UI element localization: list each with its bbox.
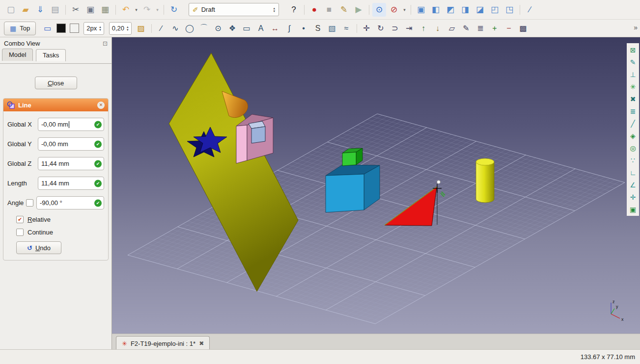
draft-rectangle-icon[interactable]: ▭ bbox=[240, 22, 253, 35]
draft-arc-icon[interactable]: ⌒ bbox=[197, 22, 211, 35]
snap-special-icon[interactable]: ◈ bbox=[628, 130, 639, 141]
toolbar-overflow-chevron[interactable]: » bbox=[634, 24, 638, 31]
length-input[interactable]: 11,44 mm ✔ bbox=[38, 177, 104, 190]
cut-icon[interactable]: ✂ bbox=[69, 3, 83, 17]
snap-ortho-icon[interactable]: ∟ bbox=[628, 167, 639, 178]
cyan-cube-object[interactable] bbox=[326, 165, 380, 212]
snap-workingplane-icon[interactable]: ▣ bbox=[628, 204, 639, 214]
zoom-tool-icon[interactable]: ⊙ bbox=[372, 3, 386, 17]
draft-shapestring-icon[interactable]: S bbox=[311, 22, 325, 35]
open-folder-icon[interactable]: ▰ bbox=[19, 3, 32, 17]
global-scale-spinner[interactable]: ▴ ▾ bbox=[127, 26, 129, 31]
apply-style-icon[interactable]: ▨ bbox=[135, 22, 148, 35]
close-task-button[interactable]: Close bbox=[35, 77, 77, 89]
whatsthis-icon[interactable]: ? bbox=[287, 3, 301, 17]
draft-delpoint-icon[interactable]: − bbox=[502, 22, 516, 35]
macro-record-icon[interactable]: ● bbox=[307, 3, 321, 17]
yellow-cylinder-object[interactable] bbox=[476, 158, 494, 203]
working-plane-button[interactable]: ▦ Top bbox=[4, 22, 36, 35]
draft-wpproxy-icon[interactable]: ≣ bbox=[474, 22, 487, 35]
document-tab[interactable]: ✳ F2-T19-ejemplo-ini : 1* ✖ bbox=[116, 336, 210, 350]
angle-checkbox[interactable] bbox=[26, 199, 33, 207]
snap-grid-icon[interactable]: ✳ bbox=[628, 81, 639, 92]
draft-facebinder-icon[interactable]: ▧ bbox=[326, 22, 339, 35]
view-rear-icon[interactable]: ◪ bbox=[473, 3, 487, 17]
view-top-icon[interactable]: ◩ bbox=[444, 3, 457, 17]
line-width-spinner[interactable]: ▴ ▾ bbox=[99, 26, 101, 31]
draft-wire-icon[interactable]: ∿ bbox=[169, 22, 182, 35]
3d-viewport[interactable]: z y x bbox=[112, 37, 640, 334]
view-right-icon[interactable]: ◨ bbox=[458, 3, 472, 17]
draft-tosketch-icon[interactable]: ▩ bbox=[517, 22, 530, 35]
refresh-icon[interactable]: ↻ bbox=[167, 3, 181, 17]
workbench-selector-spinner[interactable]: ▴ ▾ bbox=[273, 7, 275, 13]
view-left-icon[interactable]: ◳ bbox=[502, 3, 516, 17]
line-task-header[interactable]: Line ✕ bbox=[3, 99, 108, 111]
new-document-icon[interactable]: ▢ bbox=[4, 3, 18, 17]
global-z-input[interactable]: 11,44 mm ✔ bbox=[38, 157, 104, 170]
snap-center-icon[interactable]: ◎ bbox=[628, 143, 639, 153]
snap-dimensions-icon[interactable]: ✛ bbox=[628, 192, 639, 202]
view-bottom-icon[interactable]: ◰ bbox=[488, 3, 501, 17]
draft-dimension-icon[interactable]: ↔ bbox=[269, 22, 282, 35]
measure-distance-icon[interactable]: ∕ bbox=[523, 3, 537, 17]
snap-extension-icon[interactable]: ╱ bbox=[628, 118, 639, 129]
yellow-plane-object[interactable] bbox=[169, 53, 298, 291]
draft-offset-icon[interactable]: ⊃ bbox=[389, 22, 402, 35]
draft-scale-icon[interactable]: ▱ bbox=[445, 22, 459, 35]
line-width-select[interactable]: 2px ▴ ▾ bbox=[83, 22, 104, 35]
draft-addpoint-icon[interactable]: + bbox=[488, 22, 501, 35]
draft-trimex-icon[interactable]: ⇥ bbox=[403, 22, 416, 35]
continue-checkbox[interactable] bbox=[16, 229, 24, 236]
view-axonometric-icon[interactable]: ▣ bbox=[414, 3, 428, 17]
draft-edit-icon[interactable]: ✎ bbox=[460, 22, 473, 35]
save-icon[interactable]: ⇓ bbox=[33, 3, 47, 17]
task-close-icon[interactable]: ✕ bbox=[97, 102, 105, 109]
draw-style-icon[interactable]: ⊘ bbox=[387, 3, 401, 17]
paste-icon[interactable]: ▦ bbox=[98, 3, 112, 17]
snap-parallel-icon[interactable]: ≣ bbox=[628, 106, 639, 116]
undo-dropdown-icon[interactable]: ▾ bbox=[134, 3, 139, 17]
face-color-swatch[interactable] bbox=[70, 24, 79, 33]
draft-circle-icon[interactable]: ◯ bbox=[183, 22, 196, 35]
snap-near-icon[interactable]: ∵ bbox=[628, 155, 639, 165]
undo-button[interactable]: ↺ Undo bbox=[16, 241, 61, 254]
snap-intersection-icon[interactable]: ✖ bbox=[628, 94, 639, 104]
relative-checkbox[interactable]: ✔ bbox=[16, 216, 24, 223]
draft-text-icon[interactable]: A bbox=[254, 22, 268, 35]
angle-input[interactable]: -90,00 ° ✔ bbox=[36, 196, 104, 209]
tab-model[interactable]: Model bbox=[2, 49, 33, 61]
view-front-icon[interactable]: ◧ bbox=[429, 3, 443, 17]
undo-icon[interactable]: ↶ bbox=[119, 3, 133, 17]
panel-dock-icon[interactable]: ⊡ bbox=[103, 40, 108, 47]
snap-angle-icon[interactable]: ∠ bbox=[628, 180, 639, 190]
workbench-selector[interactable]: ✐ Draft ▴ ▾ bbox=[189, 3, 279, 16]
global-y-input[interactable]: -0,00 mm ✔ bbox=[38, 137, 104, 151]
macro-play-icon[interactable]: ▶ bbox=[352, 3, 365, 17]
redo-dropdown-icon[interactable]: ▾ bbox=[155, 3, 160, 17]
tab-tasks[interactable]: Tasks bbox=[36, 49, 66, 61]
draft-move-icon[interactable]: ✛ bbox=[360, 22, 373, 35]
line-color-swatch[interactable] bbox=[56, 24, 66, 33]
draft-ellipse-icon[interactable]: ⊙ bbox=[212, 22, 225, 35]
draft-downgrade-icon[interactable]: ↓ bbox=[431, 22, 445, 35]
print-icon[interactable]: ▤ bbox=[48, 3, 62, 17]
snap-lock-icon[interactable]: ⊠ bbox=[628, 45, 639, 55]
construction-mode-toggle-icon[interactable]: ▭ bbox=[41, 22, 54, 35]
document-tab-close-icon[interactable]: ✖ bbox=[199, 340, 204, 347]
draft-line-icon[interactable]: ∕ bbox=[155, 22, 168, 35]
redo-icon[interactable]: ↷ bbox=[140, 3, 154, 17]
snap-midpoint-icon[interactable]: ⊥ bbox=[628, 69, 639, 79]
snap-endpoint-icon[interactable]: ✎ bbox=[628, 57, 639, 67]
copy-icon[interactable]: ▣ bbox=[83, 3, 97, 17]
draft-rotate-icon[interactable]: ↻ bbox=[374, 22, 388, 35]
global-scale-spinbox[interactable]: 0,20 ▴ ▾ bbox=[109, 22, 132, 35]
draft-upgrade-icon[interactable]: ↑ bbox=[417, 22, 430, 35]
macro-edit-icon[interactable]: ✎ bbox=[337, 3, 351, 17]
draft-bspline-icon[interactable]: ∫ bbox=[283, 22, 296, 35]
draw-style-dropdown-icon[interactable]: ▾ bbox=[402, 3, 407, 17]
draft-point-icon[interactable]: • bbox=[297, 22, 310, 35]
green-cube-object[interactable] bbox=[342, 148, 362, 166]
macro-stop-icon[interactable]: ■ bbox=[322, 3, 336, 17]
draft-polygon-icon[interactable]: ❖ bbox=[226, 22, 239, 35]
